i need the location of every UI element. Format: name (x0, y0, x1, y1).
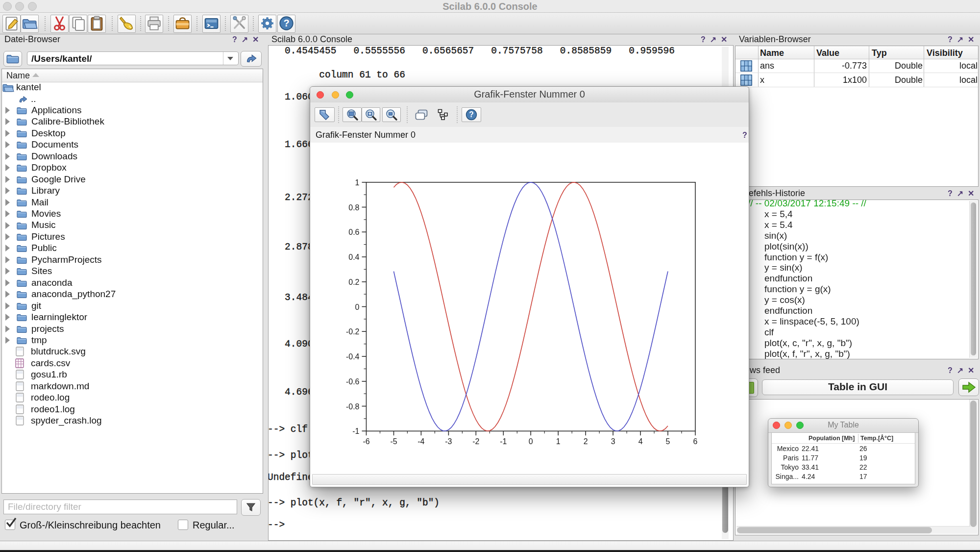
svg-text:-5: -5 (390, 437, 397, 446)
svg-text:-3: -3 (445, 437, 452, 446)
svg-text:4: 4 (638, 437, 643, 446)
svg-text:6: 6 (693, 437, 698, 446)
svg-text:0.4: 0.4 (348, 253, 359, 261)
svg-text:2: 2 (584, 437, 588, 446)
svg-text:-0.6: -0.6 (346, 377, 360, 386)
svg-text:0: 0 (355, 303, 360, 311)
svg-text:0: 0 (529, 437, 533, 446)
svg-text:-0.2: -0.2 (346, 327, 360, 336)
svg-text:0.8: 0.8 (348, 203, 359, 212)
svg-text:?: ? (283, 18, 289, 28)
svg-text:-1: -1 (500, 437, 507, 446)
svg-text:-0.4: -0.4 (346, 352, 360, 361)
svg-text:-0.8: -0.8 (346, 402, 360, 411)
svg-text:-2: -2 (472, 437, 479, 446)
svg-text:?: ? (469, 110, 474, 119)
svg-text:-6: -6 (363, 437, 369, 446)
svg-text:-4: -4 (417, 437, 424, 446)
svg-text:5: 5 (666, 437, 670, 446)
svg-text:0.6: 0.6 (348, 228, 359, 236)
svg-text:1: 1 (355, 178, 360, 187)
svg-text:3: 3 (611, 437, 615, 446)
svg-text:1: 1 (556, 437, 561, 446)
svg-text:-1: -1 (352, 427, 359, 435)
svg-text:0.2: 0.2 (348, 278, 359, 286)
